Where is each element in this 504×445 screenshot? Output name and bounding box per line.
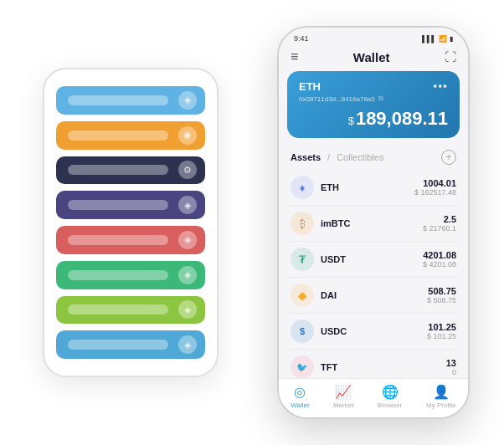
asset-amount: 4201.08 bbox=[423, 250, 456, 260]
profile-nav-icon: 👤 bbox=[433, 384, 450, 400]
asset-name: DAI bbox=[321, 290, 427, 300]
asset-name: imBTC bbox=[321, 218, 423, 228]
usdt-icon: ₮ bbox=[291, 248, 314, 271]
tab-assets[interactable]: Assets bbox=[291, 152, 321, 162]
list-item[interactable]: ⚙ bbox=[56, 156, 205, 185]
browser-nav-icon: 🌐 bbox=[382, 384, 399, 400]
eth-icon: ♦ bbox=[291, 176, 314, 199]
dai-icon: ◈ bbox=[291, 284, 314, 307]
card-icon: ◈ bbox=[178, 231, 197, 249]
phone-header: ≡ Wallet ⛶ bbox=[279, 46, 468, 71]
asset-usd: $ 101.25 bbox=[427, 332, 456, 340]
eth-card-address: 0x08711d3d...8416a78a3 ⧉ bbox=[299, 95, 448, 103]
list-item[interactable]: ◈ bbox=[56, 226, 205, 254]
copy-address-button[interactable]: ⧉ bbox=[378, 95, 383, 103]
profile-nav-label: My Profile bbox=[426, 402, 456, 409]
list-item[interactable]: ◈ bbox=[56, 191, 205, 219]
table-row[interactable]: ₿ imBTC 2.5 $ 21760.1 bbox=[287, 206, 460, 242]
card-row-inner bbox=[68, 95, 168, 105]
table-row[interactable]: 🐦 TFT 13 0 bbox=[287, 350, 460, 378]
scene: ◈ ◉ ⚙ ◈ ◈ ◈ ◈ ◈ bbox=[9, 9, 495, 436]
status-time: 9:41 bbox=[294, 34, 309, 43]
status-icons: ▌▌▌ 📶 ▮ bbox=[422, 35, 453, 43]
status-bar: 9:41 ▌▌▌ 📶 ▮ bbox=[279, 28, 468, 46]
bottom-nav: ◎ Wallet 📈 Market 🌐 Browser 👤 My Profile bbox=[279, 378, 468, 417]
eth-address-text: 0x08711d3d...8416a78a3 bbox=[299, 95, 375, 103]
list-item[interactable]: ◉ bbox=[56, 121, 205, 150]
menu-icon[interactable]: ≡ bbox=[291, 49, 298, 64]
card-row-inner bbox=[68, 340, 168, 350]
balance-amount: 189,089.11 bbox=[356, 108, 448, 129]
nav-item-profile[interactable]: 👤 My Profile bbox=[426, 384, 456, 409]
expand-icon[interactable]: ⛶ bbox=[445, 50, 456, 64]
eth-card-balance: $189,089.11 bbox=[299, 108, 448, 130]
card-icon: ◈ bbox=[178, 300, 197, 319]
asset-amount: 13 bbox=[446, 358, 456, 368]
asset-amounts: 101.25 $ 101.25 bbox=[427, 322, 456, 340]
asset-list: ♦ ETH 1004.01 $ 162517.48 ₿ imBTC 2.5 $ … bbox=[279, 170, 468, 378]
asset-usd: 0 bbox=[446, 368, 456, 376]
asset-amount: 101.25 bbox=[427, 322, 456, 332]
add-asset-button[interactable]: + bbox=[441, 150, 456, 165]
table-row[interactable]: ♦ ETH 1004.01 $ 162517.48 bbox=[287, 170, 460, 206]
asset-amounts: 1004.01 $ 162517.48 bbox=[414, 178, 456, 197]
wallet-nav-label: Wallet bbox=[291, 402, 309, 409]
asset-name: USDT bbox=[321, 254, 423, 264]
phone-content: ETH ••• 0x08711d3d...8416a78a3 ⧉ $189,08… bbox=[279, 71, 468, 378]
asset-amount: 2.5 bbox=[423, 214, 456, 224]
asset-amounts: 508.75 $ 508.75 bbox=[427, 286, 456, 304]
page-title: Wallet bbox=[353, 50, 390, 64]
asset-name: ETH bbox=[321, 182, 414, 192]
list-item[interactable]: ◈ bbox=[56, 86, 205, 115]
asset-usd: $ 4201.08 bbox=[423, 260, 456, 269]
wifi-icon: 📶 bbox=[439, 35, 447, 43]
assets-header: Assets / Collectibles + bbox=[279, 145, 468, 170]
card-row-inner bbox=[68, 200, 168, 210]
asset-amounts: 4201.08 $ 4201.08 bbox=[423, 250, 456, 269]
eth-card-title: ETH bbox=[299, 80, 321, 93]
eth-card[interactable]: ETH ••• 0x08711d3d...8416a78a3 ⧉ $189,08… bbox=[287, 71, 460, 138]
asset-usd: $ 21760.1 bbox=[423, 224, 456, 233]
card-row-inner bbox=[68, 130, 168, 141]
table-row[interactable]: ₮ USDT 4201.08 $ 4201.08 bbox=[287, 242, 460, 278]
card-row-inner bbox=[68, 304, 168, 315]
phone-front: 9:41 ▌▌▌ 📶 ▮ ≡ Wallet ⛶ ETH ••• 0x08711 bbox=[277, 26, 470, 419]
asset-amount: 508.75 bbox=[427, 286, 456, 296]
card-icon: ◈ bbox=[178, 196, 197, 214]
market-nav-label: Market bbox=[333, 402, 353, 409]
asset-usd: $ 162517.48 bbox=[414, 188, 456, 197]
tft-icon: 🐦 bbox=[291, 355, 314, 378]
eth-card-header: ETH ••• bbox=[299, 79, 448, 93]
usdc-icon: $ bbox=[291, 320, 314, 343]
card-row-inner bbox=[68, 270, 168, 280]
tab-collectibles[interactable]: Collectibles bbox=[337, 152, 383, 162]
balance-prefix: $ bbox=[348, 115, 354, 127]
table-row[interactable]: $ USDC 101.25 $ 101.25 bbox=[287, 314, 460, 350]
tab-slash: / bbox=[327, 152, 330, 162]
phone-back: ◈ ◉ ⚙ ◈ ◈ ◈ ◈ ◈ bbox=[43, 68, 219, 377]
browser-nav-label: Browser bbox=[378, 402, 402, 409]
card-icon: ◈ bbox=[178, 91, 197, 110]
asset-name: USDC bbox=[321, 326, 427, 336]
asset-name: TFT bbox=[321, 362, 446, 372]
battery-icon: ▮ bbox=[450, 35, 453, 43]
asset-amounts: 13 0 bbox=[446, 358, 456, 376]
card-row-inner bbox=[68, 165, 168, 175]
eth-card-more-button[interactable]: ••• bbox=[433, 79, 448, 93]
table-row[interactable]: ◈ DAI 508.75 $ 508.75 bbox=[287, 278, 460, 314]
wallet-nav-icon: ◎ bbox=[294, 384, 306, 400]
list-item[interactable]: ◈ bbox=[56, 261, 205, 289]
market-nav-icon: 📈 bbox=[335, 384, 352, 400]
card-icon: ◈ bbox=[178, 266, 197, 284]
signal-icon: ▌▌▌ bbox=[422, 35, 436, 43]
card-icon: ◈ bbox=[178, 335, 197, 354]
list-item[interactable]: ◈ bbox=[56, 330, 205, 359]
list-item[interactable]: ◈ bbox=[56, 296, 205, 325]
card-row-inner bbox=[68, 235, 168, 245]
imbtc-icon: ₿ bbox=[291, 212, 314, 235]
nav-item-browser[interactable]: 🌐 Browser bbox=[378, 384, 402, 409]
nav-item-wallet[interactable]: ◎ Wallet bbox=[291, 384, 309, 409]
nav-item-market[interactable]: 📈 Market bbox=[333, 384, 353, 409]
asset-usd: $ 508.75 bbox=[427, 296, 456, 304]
card-icon: ⚙ bbox=[178, 161, 197, 179]
